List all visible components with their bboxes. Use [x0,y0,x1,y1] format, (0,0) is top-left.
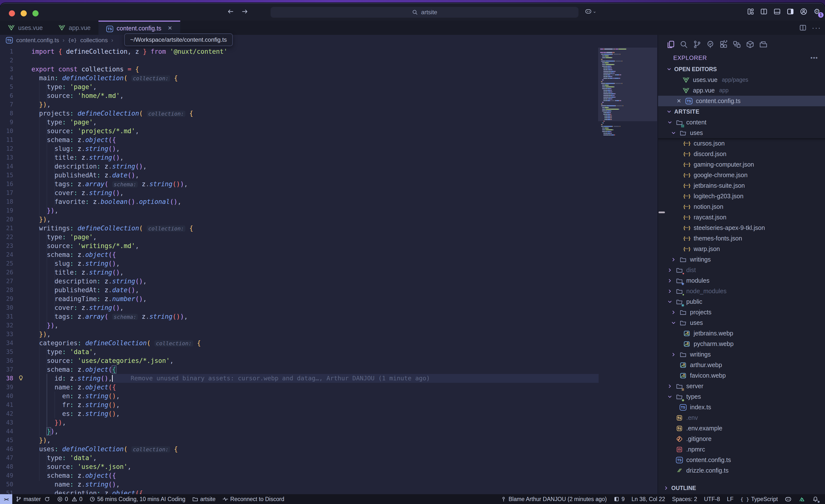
tree-item-types[interactable]: ◆ types [658,391,825,402]
code-line[interactable]: 18 favorite: z.boolean().optional(), [0,197,658,206]
statusbar-copilot[interactable] [781,494,795,504]
code-line[interactable]: 32 }), [0,321,658,330]
close-editor-icon[interactable]: ✕ [676,98,682,104]
code-line[interactable]: 20 }), [0,215,658,224]
breadcrumb[interactable]: TS content.config.ts › {⊘} collections ›… [0,35,658,46]
code-line[interactable]: 49 schema: z.object({ [0,471,658,480]
open-editors-header[interactable]: OPEN EDITORS [658,64,825,75]
open-editor-app.vue[interactable]: app.vue app [658,85,825,96]
tree-item-cursos.json[interactable]: {···} cursos.json [658,138,825,149]
code-line[interactable]: 40 en: z.string(), [0,392,658,401]
remote-explorer-icon[interactable] [732,40,742,49]
code-line[interactable]: 37 schema: z.object({ [0,365,658,374]
code-line[interactable]: 10 source: 'projects/*.md', [0,127,658,136]
close-tab-icon[interactable]: ✕ [168,25,172,31]
open-editor-uses.vue[interactable]: uses.vue app/pages [658,75,825,85]
tree-item-content.config.ts[interactable]: TS content.config.ts [658,455,825,465]
extensions-icon[interactable] [719,40,728,49]
tree-item-dist[interactable]: ● dist [658,265,825,275]
statusbar-git-branch[interactable]: master [12,494,54,504]
code-line[interactable]: 29 readingTime: z.number(), [0,295,658,303]
split-editor-icon[interactable] [760,7,768,16]
tree-item-themes-fonts.json[interactable]: {···} themes-fonts.json [658,233,825,244]
tree-item-public[interactable]: ◉ public [658,297,825,307]
code-line[interactable]: 45 }), [0,436,658,445]
minimize-window-button[interactable] [21,10,27,16]
code-line[interactable]: 15 publishedAt: z.date(), [0,171,658,180]
code-line[interactable]: 46 uses: defineCollection( collection: { [0,445,658,453]
code-line[interactable]: 3export const collections = { [0,65,658,74]
code-line[interactable]: 41 fr: z.string(), [0,401,658,409]
statusbar-cursor-position[interactable]: Ln 38, Col 22 [628,494,669,504]
code-line[interactable]: 6 source: 'home/*.md', [0,91,658,100]
tree-item-warp.json[interactable]: {···} warp.json [658,244,825,254]
tree-item-modules[interactable]: ✚ modules [658,275,825,286]
code-line[interactable]: 1import { defineCollection, z } from '@n… [0,47,658,56]
code-line[interactable]: 14 description: z.string(), [0,162,658,171]
code-line[interactable]: 21 writings: defineCollection( collectio… [0,224,658,233]
tree-item-discord.json[interactable]: {···} discord.json [658,149,825,159]
accounts-icon[interactable] [800,7,808,16]
tree-item-favicon.webp[interactable]: favicon.webp [658,370,825,381]
code-line[interactable]: 43 }), [0,418,658,427]
code-line[interactable]: 26 title: z.string(), [0,268,658,277]
tree-item-gaming-computer.json[interactable]: {···} gaming-computer.json [658,159,825,170]
navigate-forward-icon[interactable] [241,8,248,15]
code-line[interactable]: 51 description: z.object({ [0,489,658,494]
code-line[interactable]: 4 main: defineCollection( collection: { [0,74,658,82]
split-editor-action[interactable] [799,24,807,32]
tree-item-content[interactable]: ▤ content [658,117,825,128]
testing-icon[interactable] [706,40,715,49]
tree-item-steelseries-apex-9-tkl.json[interactable]: {···} steelseries-apex-9-tkl.json [658,223,825,233]
statusbar-language-mode[interactable]: { }TypeScript [737,494,781,504]
minimap-slider[interactable] [598,48,657,121]
source-control-icon[interactable] [692,40,702,49]
code-line[interactable]: 50 name: z.string(), [0,480,658,489]
statusbar-project-manager[interactable]: artsite [189,494,219,504]
code-line[interactable]: 30 cover: z.string(), [0,303,658,312]
command-center-search[interactable]: artsite [271,7,579,18]
tree-item-google-chrome.json[interactable]: {···} google-chrome.json [658,170,825,180]
code-line[interactable]: 8 projects: defineCollection( collection… [0,109,658,118]
code-line[interactable]: 13 title: z.string(), [0,153,658,162]
tree-item-notion.json[interactable]: {···} notion.json [658,201,825,212]
code-line[interactable]: 5 type: 'page', [0,82,658,91]
code-line[interactable]: 23 source: 'writings/*.md', [0,241,658,250]
breadcrumb-file[interactable]: content.config.ts [16,37,59,44]
section-timeline[interactable]: TIMELINE [658,493,825,494]
tree-item-jetbrains.webp[interactable]: jetbrains.webp [658,328,825,339]
code-editor[interactable]: 1import { defineCollection, z } from '@n… [0,46,658,494]
code-line[interactable]: 34 categories: defineCollection( collect… [0,339,658,347]
toggle-panel-icon[interactable] [773,7,781,16]
tab-content.config.ts[interactable]: TS content.config.ts ✕ [98,21,180,35]
code-line[interactable]: 12 slug: z.string(), [0,144,658,153]
tree-item-.gitignore[interactable]: .gitignore [658,434,825,444]
tree-item-.env.example[interactable]: .env.example [658,423,825,434]
statusbar-problems[interactable]: 00 [54,494,86,504]
code-line[interactable]: 42 es: z.string(), [0,409,658,418]
code-line[interactable]: 24 schema: z.object({ [0,250,658,259]
statusbar-encoding[interactable]: UTF-8 [700,494,723,504]
code-line[interactable]: 38 id: z.string(),Remove unused binary a… [0,374,658,383]
code-line[interactable]: 44 }), [0,427,658,436]
code-line[interactable]: 35 type: 'data', [0,347,658,356]
tree-item-node_modules[interactable]: ● node_modules [658,286,825,297]
code-line[interactable]: 25 slug: z.string(), [0,259,658,268]
navigate-back-icon[interactable] [227,8,234,15]
tree-item-.npmrc[interactable]: .npmrc [658,444,825,455]
code-line[interactable]: 9 type: 'page', [0,118,658,127]
tree-item-raycast.json[interactable]: {···} raycast.json [658,212,825,223]
code-line[interactable]: 7 }), [0,100,658,109]
lightbulb-icon[interactable] [18,375,24,381]
tree-item-pycharm.webp[interactable]: pycharm.webp [658,339,825,349]
code-line[interactable]: 31 tags: z.array( schema: z.string()), [0,312,658,321]
tree-item-server[interactable]: ≣ server [658,381,825,391]
statusbar-discord-status[interactable]: Reconnect to Discord [219,494,288,504]
close-window-button[interactable] [9,10,15,16]
statusbar-editor-indicator[interactable]: 9 [610,494,628,504]
tree-item-.env[interactable]: .env [658,413,825,423]
code-line[interactable]: 16 tags: z.array( schema: z.string()), [0,180,658,188]
search-icon[interactable] [679,40,688,49]
tree-item-jetbrains-suite.json[interactable]: {···} jetbrains-suite.json [658,180,825,191]
folder-library-icon[interactable] [759,40,768,49]
